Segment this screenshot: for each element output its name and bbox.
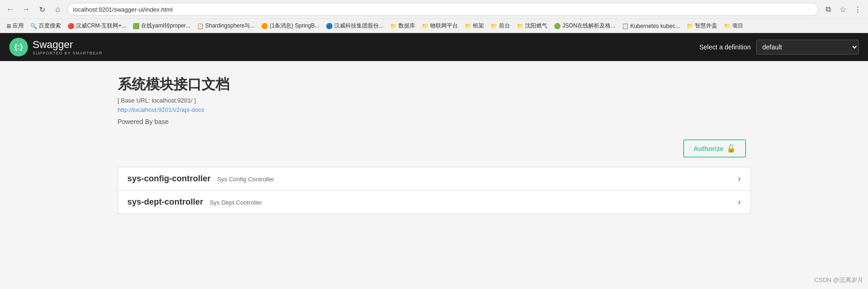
- bookmark-item[interactable]: 🟩在线yaml转proper...: [130, 21, 193, 31]
- api-group-header-sys-config[interactable]: sys-config-controller Sys Config Control…: [118, 167, 750, 190]
- api-group-sys-config: sys-config-controller Sys Config Control…: [118, 167, 750, 191]
- swagger-definition: Select a definition default: [699, 40, 859, 55]
- swagger-header: {:} Swagger Supported by SMARTBEAR Selec…: [0, 33, 868, 61]
- api-base-url: [ Base URL: localhost:9201/ ]: [118, 97, 751, 104]
- definition-label: Select a definition: [699, 43, 751, 51]
- address-bar[interactable]: [67, 3, 819, 16]
- api-group-header-sys-dept[interactable]: sys-dept-controller Sys Dept Controller …: [118, 191, 750, 213]
- api-powered-by: Powered By base: [118, 118, 751, 125]
- bookmarks-bar: ⊞应用🔍百度搜索🔴汉威CRM-互联网+...🟩在线yaml转proper...📋…: [0, 19, 868, 33]
- swagger-title: Swagger: [33, 39, 103, 51]
- bookmark-item[interactable]: 🔵汉威科技集团股份...: [323, 21, 386, 31]
- api-group-name-sys-dept: sys-dept-controller: [128, 197, 203, 206]
- reload-button[interactable]: ↻: [35, 3, 48, 16]
- api-group-title-sys-config: sys-config-controller Sys Config Control…: [128, 174, 275, 184]
- authorize-label: Authorize: [693, 145, 724, 152]
- bookmark-button[interactable]: ☆: [836, 3, 849, 16]
- api-group-title-sys-dept: sys-dept-controller Sys Dept Controller: [128, 197, 262, 207]
- bookmark-item[interactable]: 📁框架: [462, 21, 487, 31]
- definition-select[interactable]: default: [756, 40, 859, 55]
- api-group-desc-sys-config: Sys Config Controller: [217, 176, 274, 183]
- lock-icon: 🔓: [727, 144, 736, 153]
- bookmark-item[interactable]: 🟢JSON在线解析及格...: [551, 21, 618, 31]
- bookmark-item[interactable]: 🟠(1条消息) SpringB...: [258, 21, 322, 31]
- bookmark-item[interactable]: 📁数据库: [387, 21, 418, 31]
- bookmark-item[interactable]: 📁物联网平台: [419, 21, 461, 31]
- bookmark-item[interactable]: ⊞应用: [4, 21, 27, 31]
- api-group-name-sys-config: sys-config-controller: [128, 174, 211, 183]
- chevron-right-icon-sys-config: ›: [738, 174, 741, 184]
- bookmark-item[interactable]: 📋Shardingsphere与...: [194, 21, 258, 31]
- swagger-logo-text: Swagger Supported by SMARTBEAR: [33, 39, 103, 55]
- bookmark-item[interactable]: 📁项目: [721, 21, 746, 31]
- api-title: 系统模块接口文档: [118, 75, 751, 94]
- swagger-logo-icon: {:}: [9, 38, 28, 56]
- api-group-sys-dept: sys-dept-controller Sys Dept Controller …: [118, 191, 750, 213]
- back-button[interactable]: ←: [4, 3, 17, 16]
- extensions-button[interactable]: ⧉: [821, 3, 834, 16]
- menu-button[interactable]: ⋮: [851, 3, 864, 16]
- bookmark-item[interactable]: 📁智慧井盖: [684, 21, 720, 31]
- bookmark-item[interactable]: 📋Kubernetes kubec...: [619, 22, 683, 30]
- bookmark-item[interactable]: 📁沈阳燃气: [514, 21, 550, 31]
- bookmark-item[interactable]: 📁前台: [488, 21, 513, 31]
- authorize-button[interactable]: Authorize 🔓: [683, 139, 746, 158]
- chevron-right-icon-sys-dept: ›: [738, 197, 741, 207]
- api-docs-link[interactable]: http://localhost:9201/v2/api-docs: [118, 106, 204, 113]
- forward-button[interactable]: →: [20, 3, 33, 16]
- bookmark-item[interactable]: 🔴汉威CRM-互联网+...: [65, 21, 129, 31]
- main-content: 系统模块接口文档 [ Base URL: localhost:9201/ ] h…: [108, 61, 760, 228]
- api-title-section: 系统模块接口文档 [ Base URL: localhost:9201/ ] h…: [118, 75, 751, 125]
- authorize-section: Authorize 🔓: [118, 139, 751, 158]
- api-groups: sys-config-controller Sys Config Control…: [118, 167, 751, 214]
- api-group-desc-sys-dept: Sys Dept Controller: [209, 199, 262, 206]
- swagger-subtitle: Supported by SMARTBEAR: [33, 51, 103, 55]
- swagger-logo: {:} Swagger Supported by SMARTBEAR: [9, 38, 103, 56]
- bookmark-item[interactable]: 🔍百度搜索: [27, 21, 64, 31]
- home-button[interactable]: ⌂: [51, 3, 64, 16]
